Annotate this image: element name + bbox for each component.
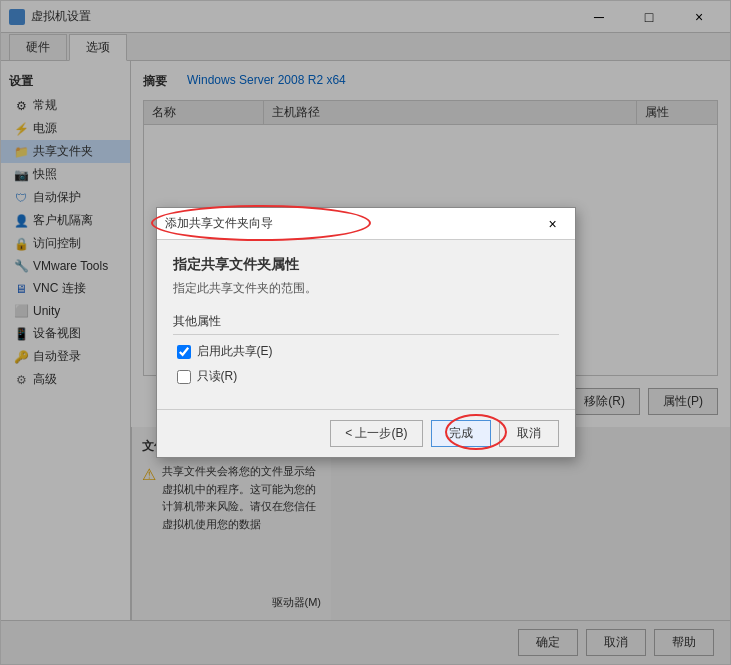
add-shared-folder-dialog: 添加共享文件夹向导 × 指定共享文件夹属性 指定此共享文件夹的范围。 其他属性 … — [156, 207, 576, 458]
dialog-overlay: 添加共享文件夹向导 × 指定共享文件夹属性 指定此共享文件夹的范围。 其他属性 … — [1, 1, 730, 664]
dialog-close-button[interactable]: × — [539, 212, 567, 236]
readonly-label[interactable]: 只读(R) — [197, 368, 238, 385]
back-button[interactable]: < 上一步(B) — [330, 420, 422, 447]
dialog-subheading: 指定此共享文件夹的范围。 — [173, 280, 559, 297]
dialog-title-text: 添加共享文件夹向导 — [165, 215, 273, 232]
dialog-footer: < 上一步(B) 完成 取消 — [157, 409, 575, 457]
dialog-title-bar: 添加共享文件夹向导 × — [157, 208, 575, 240]
readonly-row: 只读(R) — [173, 368, 559, 385]
dialog-cancel-button[interactable]: 取消 — [499, 420, 559, 447]
dialog-body: 指定共享文件夹属性 指定此共享文件夹的范围。 其他属性 启用此共享(E) 只读(… — [157, 240, 575, 409]
main-window: 虚拟机设置 ─ □ × 硬件 选项 设置 ⚙ 常规 ⚡ 电源 📁 共享文件 — [0, 0, 731, 665]
enable-sharing-label[interactable]: 启用此共享(E) — [197, 343, 273, 360]
dialog-section-label: 其他属性 — [173, 313, 559, 335]
enable-sharing-checkbox[interactable] — [177, 345, 191, 359]
enable-sharing-row: 启用此共享(E) — [173, 343, 559, 360]
dialog-heading: 指定共享文件夹属性 — [173, 256, 559, 274]
finish-button[interactable]: 完成 — [431, 420, 491, 447]
readonly-checkbox[interactable] — [177, 370, 191, 384]
